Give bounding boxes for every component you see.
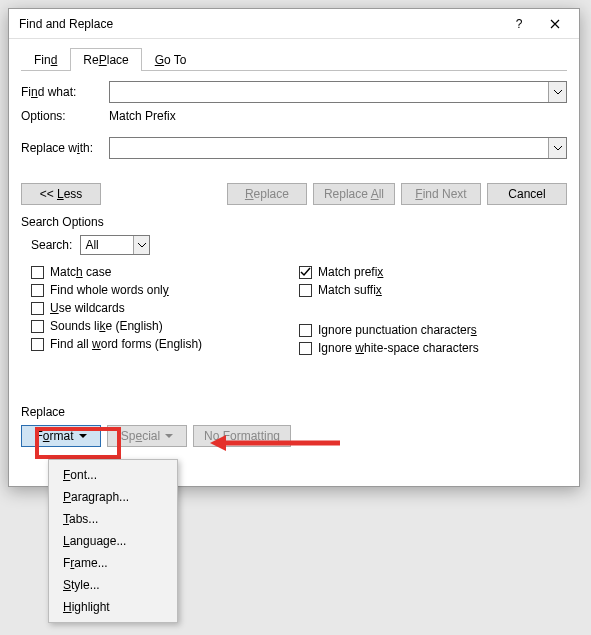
less-button[interactable]: << Less	[21, 183, 101, 205]
spacer	[21, 355, 567, 389]
titlebar: Find and Replace ?	[9, 9, 579, 39]
sounds-like-checkbox[interactable]: Sounds like (English)	[31, 319, 299, 333]
use-wildcards-checkbox[interactable]: Use wildcards	[31, 301, 299, 315]
chevron-down-icon	[138, 243, 146, 248]
options-value: Match Prefix	[109, 109, 176, 123]
no-formatting-button[interactable]: No Formatting	[193, 425, 291, 447]
menu-item-font[interactable]: Font...	[49, 464, 177, 486]
menu-item-style[interactable]: Style...	[49, 574, 177, 596]
menu-item-highlight[interactable]: Highlight	[49, 596, 177, 618]
replace-section-label: Replace	[21, 405, 567, 419]
chevron-down-icon	[554, 146, 562, 151]
tab-find[interactable]: Find	[21, 48, 70, 71]
find-next-button[interactable]: Find Next	[401, 183, 481, 205]
menu-item-language[interactable]: Language...	[49, 530, 177, 552]
replace-with-label: Replace with:	[21, 141, 109, 155]
help-button[interactable]: ?	[501, 11, 537, 37]
special-button[interactable]: Special	[107, 425, 187, 447]
match-suffix-checkbox[interactable]: Match suffix	[299, 283, 567, 297]
checkbox-icon	[299, 284, 312, 297]
format-dropdown-menu: Font... Paragraph... Tabs... Language...…	[48, 459, 178, 623]
dialog-title: Find and Replace	[19, 17, 501, 31]
chevron-down-icon	[554, 90, 562, 95]
checkbox-icon	[299, 342, 312, 355]
find-what-row: Find what:	[21, 81, 567, 103]
close-icon	[550, 19, 560, 29]
format-button[interactable]: Format	[21, 425, 101, 447]
help-icon: ?	[516, 17, 523, 31]
dialog-body: Find RePlace Go To Find what: Options: M…	[9, 39, 579, 459]
search-direction-dropdown[interactable]	[133, 236, 149, 254]
tab-goto[interactable]: Go To	[142, 48, 200, 71]
find-what-dropdown[interactable]	[548, 82, 566, 102]
search-direction-value: All	[85, 238, 98, 252]
tab-strip: Find RePlace Go To	[21, 47, 567, 71]
tab-replace[interactable]: RePlace	[70, 48, 141, 71]
options-label: Options:	[21, 109, 109, 123]
whole-words-checkbox[interactable]: Find whole words only	[31, 283, 299, 297]
search-label: Search:	[31, 238, 72, 252]
action-buttons-row: << Less Replace Replace All Find Next Ca…	[21, 183, 567, 205]
checkbox-icon	[31, 284, 44, 297]
checkbox-icon	[299, 266, 312, 279]
match-case-checkbox[interactable]: Match case	[31, 265, 299, 279]
spacer	[299, 301, 567, 319]
replace-button[interactable]: Replace	[227, 183, 307, 205]
find-what-label: Find what:	[21, 85, 109, 99]
replace-with-row: Replace with:	[21, 137, 567, 159]
word-forms-checkbox[interactable]: Find all word forms (English)	[31, 337, 299, 351]
menu-item-frame[interactable]: Frame...	[49, 552, 177, 574]
find-what-input[interactable]	[109, 81, 567, 103]
search-direction-select[interactable]: All	[80, 235, 150, 255]
spacer	[107, 183, 221, 205]
options-row: Options: Match Prefix	[21, 109, 567, 123]
menu-item-tabs[interactable]: Tabs...	[49, 508, 177, 530]
options-columns: Match case Find whole words only Use wil…	[31, 265, 567, 355]
options-col-right: Match prefix Match suffix Ignore punctua…	[299, 265, 567, 355]
replace-all-button[interactable]: Replace All	[313, 183, 395, 205]
close-button[interactable]	[537, 11, 573, 37]
checkbox-icon	[299, 324, 312, 337]
menu-item-paragraph[interactable]: Paragraph...	[49, 486, 177, 508]
cancel-button[interactable]: Cancel	[487, 183, 567, 205]
checkbox-icon	[31, 302, 44, 315]
match-prefix-checkbox[interactable]: Match prefix	[299, 265, 567, 279]
search-options-label: Search Options	[21, 215, 567, 229]
checkbox-icon	[31, 266, 44, 279]
ignore-whitespace-checkbox[interactable]: Ignore white-space characters	[299, 341, 567, 355]
ignore-punctuation-checkbox[interactable]: Ignore punctuation characters	[299, 323, 567, 337]
replace-with-dropdown[interactable]	[548, 138, 566, 158]
find-and-replace-dialog: Find and Replace ? Find RePlace Go To Fi…	[8, 8, 580, 487]
checkbox-icon	[31, 320, 44, 333]
bottom-buttons-row: Format Special No Formatting	[21, 425, 567, 447]
search-direction-row: Search: All	[31, 235, 567, 255]
options-col-left: Match case Find whole words only Use wil…	[31, 265, 299, 355]
checkbox-icon	[31, 338, 44, 351]
replace-with-input[interactable]	[109, 137, 567, 159]
